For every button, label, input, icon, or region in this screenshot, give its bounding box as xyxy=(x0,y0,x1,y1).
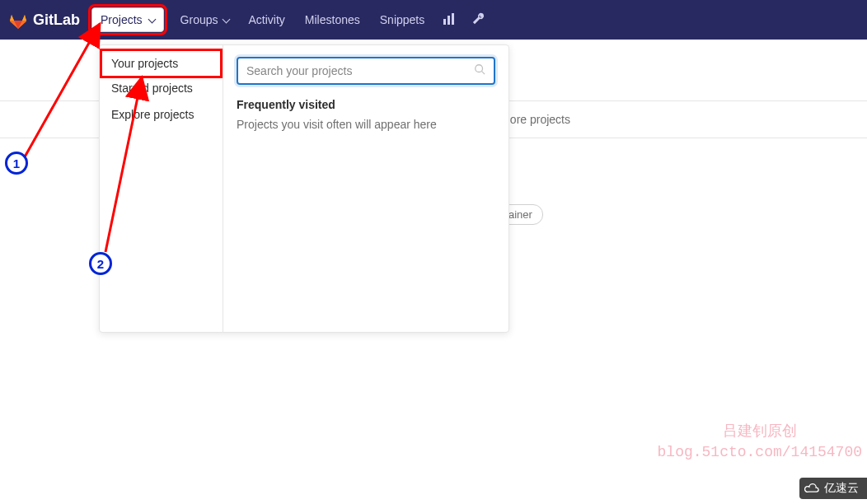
chevron-down-icon xyxy=(222,0,229,40)
cloud-icon xyxy=(804,483,821,494)
yisu-badge: 亿速云 xyxy=(799,478,867,499)
svg-rect-0 xyxy=(443,19,446,25)
frequently-visited-title: Frequently visited xyxy=(237,98,495,111)
groups-link[interactable]: Groups xyxy=(171,0,239,40)
activity-link[interactable]: Activity xyxy=(239,0,295,40)
milestones-link[interactable]: Milestones xyxy=(295,0,370,40)
brand-text: GitLab xyxy=(33,12,80,29)
svg-rect-1 xyxy=(448,16,450,25)
dropdown-right-panel: Frequently visited Projects you visit of… xyxy=(223,45,508,332)
snippets-link[interactable]: Snippets xyxy=(370,0,434,40)
gitlab-logo[interactable]: GitLab xyxy=(8,10,80,30)
search-wrapper xyxy=(237,57,495,85)
attribution-line1: 吕建钊原创 xyxy=(658,422,862,442)
attribution-line2: blog.51cto.com/14154700 xyxy=(658,442,862,463)
navbar: GitLab Projects Groups Activity Mileston… xyxy=(0,0,867,40)
search-input[interactable] xyxy=(246,64,474,77)
projects-dropdown-panel: Your projects Starred projects Explore p… xyxy=(99,44,509,333)
svg-line-4 xyxy=(482,72,485,75)
dropdown-item-your-projects[interactable]: Your projects xyxy=(103,52,219,75)
svg-point-3 xyxy=(476,65,483,72)
annotation-callout-2: 2 xyxy=(89,252,112,275)
svg-line-5 xyxy=(23,24,100,160)
chart-icon[interactable] xyxy=(434,12,464,28)
svg-rect-2 xyxy=(452,13,454,25)
dropdown-item-starred-projects[interactable]: Starred projects xyxy=(100,75,223,101)
projects-button-label: Projects xyxy=(101,13,143,26)
chevron-down-icon xyxy=(148,13,155,26)
annotation-callout-1: 1 xyxy=(5,152,28,175)
dropdown-left-list: Your projects Starred projects Explore p… xyxy=(100,45,223,332)
gitlab-icon xyxy=(8,10,28,30)
explore-fragment: ore projects xyxy=(510,113,570,126)
dropdown-item-explore-projects[interactable]: Explore projects xyxy=(100,101,223,128)
projects-dropdown-button[interactable]: Projects xyxy=(91,7,164,32)
attribution: 吕建钊原创 blog.51cto.com/14154700 xyxy=(658,422,862,463)
search-icon xyxy=(474,63,485,78)
frequently-visited-desc: Projects you visit often will appear her… xyxy=(237,118,495,131)
groups-label: Groups xyxy=(180,0,218,40)
wrench-icon[interactable] xyxy=(464,12,494,28)
yisu-text: 亿速云 xyxy=(824,481,859,496)
